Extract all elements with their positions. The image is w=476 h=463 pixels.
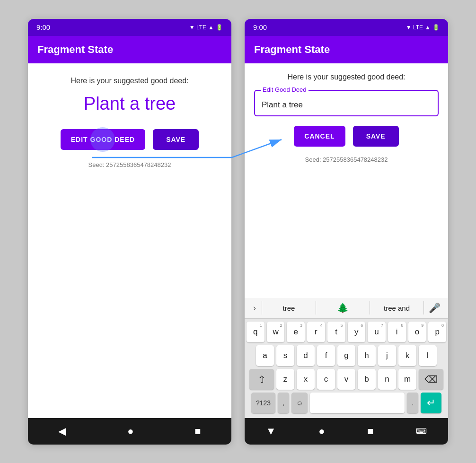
network-icon: ▲ (208, 24, 214, 31)
key-z[interactable]: z (276, 369, 294, 390)
edit-field-wrapper: Edit Good Deed (254, 90, 439, 116)
key-comma[interactable]: , (278, 393, 289, 413)
recents-nav-icon-right[interactable]: ■ (367, 425, 373, 437)
key-o[interactable]: 9o (408, 322, 426, 342)
status-bar-right: 9:00 ▼ LTE ▲ 🔋 (245, 19, 448, 36)
key-y[interactable]: 6y (348, 322, 366, 342)
seed-text-right: Seed: 2572558365478248232 (305, 156, 388, 163)
save-button-left[interactable]: SAVE (153, 129, 199, 150)
status-time-right: 9:00 (253, 23, 267, 31)
key-delete[interactable]: ⌫ (419, 369, 443, 390)
key-row-2: a s d f g h j k l (247, 345, 446, 366)
content-right: Here is your suggested good deed: Edit G… (245, 63, 448, 298)
suggestion-tree[interactable]: tree (262, 300, 316, 316)
keyboard-rows: 1q 2w 3e 4r 5t 6y 7u 8i 9o 0p a s d f g … (245, 319, 448, 418)
key-row-1: 1q 2w 3e 4r 5t 6y 7u 8i 9o 0p (247, 322, 446, 342)
key-num-toggle[interactable]: ?123 (251, 393, 275, 413)
key-l[interactable]: l (419, 345, 437, 366)
right-phone: 9:00 ▼ LTE ▲ 🔋 Fragment State Here is yo… (245, 19, 448, 445)
key-h[interactable]: h (358, 345, 376, 366)
key-shift[interactable]: ⇧ (249, 369, 274, 390)
signal-icon-r: ▼ LTE (406, 24, 423, 31)
suggested-label-right: Here is your suggested good deed: (287, 73, 405, 81)
edit-field-label: Edit Good Deed (261, 86, 309, 93)
key-emoji[interactable]: ☺ (291, 393, 308, 413)
key-f[interactable]: f (317, 345, 335, 366)
back-nav-icon[interactable]: ◀ (58, 425, 66, 437)
key-g[interactable]: g (337, 345, 355, 366)
key-q[interactable]: 1q (247, 322, 264, 342)
key-period[interactable]: . (407, 393, 418, 413)
key-m[interactable]: m (398, 369, 416, 390)
battery-icon: 🔋 (216, 24, 223, 31)
key-row-3: ⇧ z x c v b n m ⌫ (247, 369, 446, 390)
keyboard-area: › tree 🌲 tree and 🎤 1q 2w 3e 4r 5t 6y 7u… (245, 298, 448, 418)
app-bar-right: Fragment State (245, 36, 448, 63)
app-title-right: Fragment State (254, 44, 330, 56)
status-bar-left: 9:00 ▼ LTE ▲ 🔋 (28, 19, 231, 36)
save-button-right[interactable]: SAVE (353, 126, 399, 147)
key-d[interactable]: d (297, 345, 315, 366)
back-nav-icon-right[interactable]: ▼ (266, 425, 276, 437)
key-s[interactable]: s (276, 345, 294, 366)
suggestion-tree-and[interactable]: tree and (370, 300, 423, 316)
nav-bar-left: ◀ ● ■ (28, 418, 231, 445)
key-x[interactable]: x (297, 369, 315, 390)
key-n[interactable]: n (378, 369, 396, 390)
mic-icon[interactable]: 🎤 (424, 302, 445, 314)
key-space[interactable] (310, 393, 405, 413)
home-nav-icon-right[interactable]: ● (318, 425, 325, 437)
key-v[interactable]: v (337, 369, 355, 390)
status-icons-left: ▼ LTE ▲ 🔋 (189, 24, 223, 31)
suggested-label-left: Here is your suggested good deed: (71, 77, 188, 85)
nav-bar-right: ▼ ● ■ ⌨ (245, 418, 448, 445)
network-icon-r: ▲ (425, 24, 431, 31)
suggestion-tree-emoji[interactable]: 🌲 (316, 298, 370, 317)
edit-good-deed-button[interactable]: EDIT GOOD DEED (61, 129, 145, 150)
key-a[interactable]: a (256, 345, 274, 366)
status-time-left: 9:00 (36, 23, 50, 31)
recents-nav-icon[interactable]: ■ (194, 425, 201, 437)
buttons-row-left: EDIT GOOD DEED SAVE (61, 129, 199, 150)
keyboard-suggestions: › tree 🌲 tree and 🎤 (245, 298, 448, 319)
key-e[interactable]: 3e (287, 322, 305, 342)
signal-icon: ▼ LTE (189, 24, 206, 31)
home-nav-icon[interactable]: ● (127, 425, 133, 437)
buttons-row-right: CANCEL SAVE (294, 126, 398, 147)
key-enter[interactable]: ↵ (421, 393, 441, 413)
good-deed-left: Plant a tree (84, 94, 176, 114)
key-c[interactable]: c (317, 369, 335, 390)
key-r[interactable]: 4r (307, 322, 325, 342)
key-t[interactable]: 5t (327, 322, 345, 342)
app-title-left: Fragment State (37, 44, 113, 56)
seed-text-left: Seed: 2572558365478248232 (88, 161, 171, 168)
app-bar-left: Fragment State (28, 36, 231, 63)
status-icons-right: ▼ LTE ▲ 🔋 (406, 24, 440, 31)
battery-icon-r: 🔋 (432, 24, 440, 31)
key-i[interactable]: 8i (388, 322, 406, 342)
suggestion-expand-icon[interactable]: › (247, 303, 262, 313)
key-row-4: ?123 , ☺ . ↵ (247, 393, 446, 413)
key-k[interactable]: k (398, 345, 416, 366)
key-w[interactable]: 2w (267, 322, 285, 342)
edit-good-deed-input[interactable] (255, 96, 438, 115)
key-p[interactable]: 0p (428, 322, 446, 342)
content-left: Here is your suggested good deed: Plant … (28, 63, 231, 418)
key-u[interactable]: 7u (368, 322, 386, 342)
cancel-button[interactable]: CANCEL (294, 126, 345, 147)
keyboard-nav-icon[interactable]: ⌨ (416, 427, 427, 436)
key-b[interactable]: b (358, 369, 376, 390)
left-phone: 9:00 ▼ LTE ▲ 🔋 Fragment State Here is yo… (28, 19, 231, 445)
key-j[interactable]: j (378, 345, 396, 366)
